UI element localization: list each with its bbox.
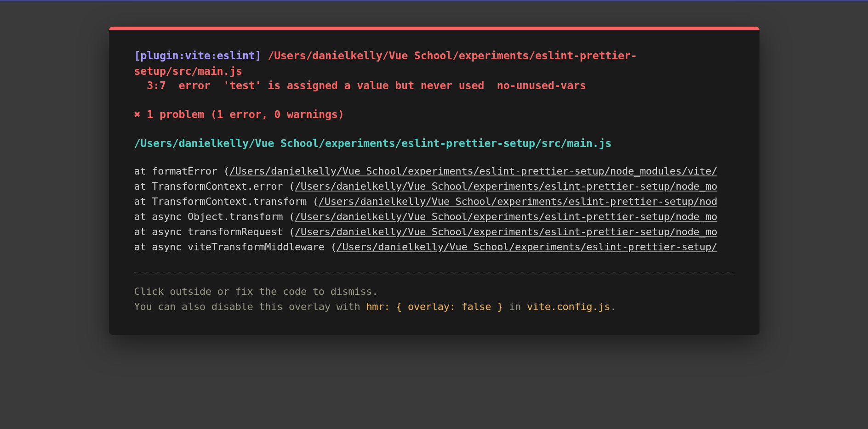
stack-prefix: at async transformRequest ( [134, 226, 295, 237]
source-file-path: /Users/danielkelly/Vue School/experiment… [134, 137, 734, 150]
stack-path[interactable]: /Users/danielkelly/Vue School/experiment… [229, 165, 718, 177]
overlay-content: [plugin:vite:eslint] /Users/danielkelly/… [109, 30, 760, 335]
stack-trace: at formatError (/Users/danielkelly/Vue S… [134, 164, 734, 254]
stack-path[interactable]: /Users/danielkelly/Vue School/experiment… [295, 211, 717, 222]
stack-path[interactable]: /Users/danielkelly/Vue School/experiment… [319, 196, 717, 207]
tip-line-1: Click outside or fix the code to dismiss… [134, 284, 734, 299]
stack-path[interactable]: /Users/danielkelly/Vue School/experiment… [295, 226, 717, 237]
dismiss-tip: Click outside or fix the code to dismiss… [134, 284, 734, 314]
config-file-name: vite.config.js [527, 301, 610, 312]
stack-prefix: at async viteTransformMiddleware ( [134, 241, 337, 253]
window-top-border [0, 0, 868, 1]
stack-prefix: at TransformContext.error ( [134, 181, 295, 192]
error-detail-line: 3:7 error 'test' is assigned a value but… [134, 79, 734, 92]
stack-line: at async Object.transform (/Users/daniel… [134, 209, 734, 224]
stack-line: at TransformContext.transform (/Users/da… [134, 194, 734, 209]
tip-line-2: You can also disable this overlay with h… [134, 299, 734, 314]
stack-prefix: at formatError ( [134, 165, 229, 177]
stack-line: at TransformContext.error (/Users/daniel… [134, 179, 734, 194]
stack-prefix: at async Object.transform ( [134, 211, 295, 222]
error-icon: ✖ [134, 108, 141, 121]
error-overlay: [plugin:vite:eslint] /Users/danielkelly/… [109, 27, 760, 335]
stack-prefix: at TransformContext.transform ( [134, 196, 319, 207]
overlay-container[interactable]: [plugin:vite:eslint] /Users/danielkelly/… [100, 27, 769, 335]
overlay-top-accent [109, 27, 760, 30]
error-header: [plugin:vite:eslint] /Users/danielkelly/… [134, 48, 734, 79]
stack-line: at async transformRequest (/Users/daniel… [134, 224, 734, 239]
plugin-tag: [plugin:vite:eslint] [134, 49, 262, 62]
stack-line: at async viteTransformMiddleware (/Users… [134, 239, 734, 254]
stack-line: at formatError (/Users/danielkelly/Vue S… [134, 164, 734, 179]
stack-path[interactable]: /Users/danielkelly/Vue School/experiment… [295, 181, 717, 192]
divider [134, 272, 734, 272]
stack-path[interactable]: /Users/danielkelly/Vue School/experiment… [337, 241, 718, 253]
problem-summary-text: 1 problem (1 error, 0 warnings) [147, 108, 344, 121]
hmr-config-code: hmr: { overlay: false } [366, 301, 503, 312]
problem-summary: ✖ 1 problem (1 error, 0 warnings) [134, 108, 734, 121]
